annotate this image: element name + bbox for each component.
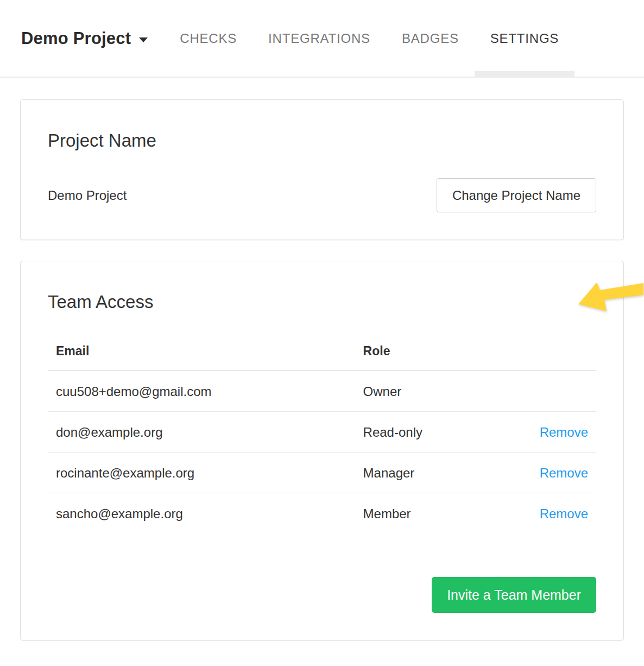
member-email: sancho@example.org (48, 493, 355, 534)
member-email: don@example.org (48, 412, 355, 453)
table-row: sancho@example.org Member Remove (48, 493, 596, 534)
member-email: rocinante@example.org (48, 453, 355, 493)
top-nav: Demo Project CHECKS INTEGRATIONS BADGES … (0, 0, 644, 78)
team-access-card: Team Access Email Role cuu508+demo@gmail… (20, 261, 624, 640)
invite-team-member-button[interactable]: Invite a Team Member (432, 577, 596, 613)
member-action-cell (520, 371, 596, 412)
project-name-card: Project Name Demo Project Change Project… (20, 99, 624, 240)
member-role: Read-only (355, 412, 520, 453)
table-header-row: Email Role (48, 328, 596, 371)
project-name-title: Project Name (48, 130, 596, 151)
table-row: don@example.org Read-only Remove (48, 412, 596, 453)
team-table: Email Role cuu508+demo@gmail.com Owner d… (48, 328, 596, 533)
table-row: rocinante@example.org Manager Remove (48, 453, 596, 493)
tab-checks[interactable]: CHECKS (164, 0, 252, 77)
member-role: Owner (355, 371, 520, 412)
change-project-name-button[interactable]: Change Project Name (437, 178, 596, 212)
member-action-cell: Remove (520, 453, 596, 493)
tab-badges[interactable]: BADGES (386, 0, 475, 77)
column-header-email: Email (48, 328, 355, 371)
remove-member-link[interactable]: Remove (540, 425, 588, 439)
table-row: cuu508+demo@gmail.com Owner (48, 371, 596, 412)
tab-settings[interactable]: SETTINGS (475, 0, 574, 77)
caret-down-icon (139, 37, 148, 42)
active-tab-indicator (475, 71, 574, 78)
member-action-cell: Remove (520, 493, 596, 534)
remove-member-link[interactable]: Remove (540, 506, 588, 521)
project-name-value: Demo Project (48, 188, 127, 203)
project-name-row: Demo Project Change Project Name (48, 178, 596, 212)
remove-member-link[interactable]: Remove (540, 466, 588, 480)
column-header-action (520, 328, 596, 371)
invite-row: Invite a Team Member (48, 577, 596, 613)
team-access-title: Team Access (48, 292, 596, 312)
member-role: Manager (355, 453, 520, 493)
tab-settings-label: SETTINGS (490, 31, 559, 46)
nav-tabs: CHECKS INTEGRATIONS BADGES SETTINGS (164, 0, 574, 77)
project-dropdown-label: Demo Project (21, 29, 131, 48)
member-role: Member (355, 493, 520, 534)
member-email: cuu508+demo@gmail.com (48, 371, 355, 412)
tab-integrations[interactable]: INTEGRATIONS (252, 0, 386, 77)
member-action-cell: Remove (520, 412, 596, 453)
project-dropdown[interactable]: Demo Project (21, 29, 148, 48)
settings-page: Demo Project CHECKS INTEGRATIONS BADGES … (0, 0, 644, 666)
column-header-role: Role (355, 328, 520, 371)
